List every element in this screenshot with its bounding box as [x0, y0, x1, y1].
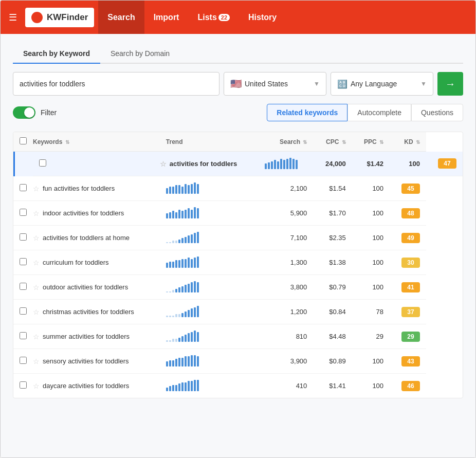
row-kd-cell: 48 — [390, 201, 426, 226]
star-icon[interactable]: ☆ — [33, 283, 40, 291]
star-icon[interactable]: ☆ — [33, 357, 40, 365]
col-header-keywords[interactable]: Keywords ⇅ — [33, 132, 160, 152]
select-all-checkbox[interactable] — [20, 137, 27, 144]
trend-chart — [166, 379, 200, 391]
row-checkbox[interactable] — [20, 184, 27, 191]
svg-rect-94 — [185, 356, 187, 367]
keywords-table: Keywords ⇅ Trend Search ⇅ CPC ⇅ — [13, 132, 463, 398]
row-cpc-cell: $1.42 — [352, 152, 390, 176]
row-keyword-cell: ☆ activities for toddlers at home — [33, 226, 160, 250]
star-icon[interactable]: ☆ — [33, 333, 40, 341]
row-checkbox[interactable] — [20, 332, 27, 339]
row-trend-cell — [259, 152, 313, 176]
col-header-checkbox — [13, 132, 33, 152]
svg-rect-88 — [166, 361, 168, 367]
svg-rect-53 — [194, 258, 196, 268]
svg-rect-98 — [197, 356, 199, 367]
search-button[interactable]: → — [437, 72, 463, 96]
tab-keyword[interactable]: Search by Keyword — [13, 44, 100, 64]
star-icon[interactable]: ☆ — [33, 209, 40, 217]
nav-search[interactable]: Search — [98, 1, 144, 34]
svg-rect-22 — [166, 213, 168, 218]
svg-rect-100 — [169, 386, 171, 391]
row-keyword-cell: ☆ summer activities for toddlers — [33, 324, 160, 349]
svg-rect-50 — [185, 259, 187, 268]
row-checkbox[interactable] — [20, 357, 27, 364]
star-icon[interactable]: ☆ — [33, 382, 40, 390]
svg-rect-99 — [166, 388, 168, 391]
row-trend-cell — [160, 324, 259, 349]
svg-rect-7 — [286, 159, 288, 169]
row-keyword-cell: ☆ fun activities for toddlers — [33, 176, 160, 201]
row-trend-cell — [160, 250, 259, 275]
filter-toggle[interactable] — [13, 106, 35, 119]
col-header-cpc[interactable]: CPC ⇅ — [313, 132, 352, 152]
trend-chart — [166, 280, 200, 292]
svg-rect-10 — [296, 160, 298, 169]
row-checkbox[interactable] — [20, 209, 27, 216]
star-icon[interactable]: ☆ — [160, 160, 167, 168]
filter-label[interactable]: Filter — [41, 108, 57, 117]
filter-toggle-area: Filter — [13, 106, 57, 119]
svg-rect-75 — [194, 307, 196, 317]
svg-rect-63 — [191, 282, 193, 292]
row-trend-cell — [160, 300, 259, 324]
svg-rect-52 — [191, 259, 193, 268]
filter-tab-related[interactable]: Related keywords — [267, 104, 347, 121]
svg-rect-62 — [188, 284, 190, 292]
row-trend-cell — [160, 226, 259, 250]
star-icon[interactable]: ☆ — [33, 259, 40, 267]
star-icon[interactable]: ☆ — [33, 308, 40, 316]
svg-rect-101 — [172, 385, 174, 391]
col-header-search[interactable]: Search ⇅ — [259, 132, 313, 152]
nav-history[interactable]: History — [239, 1, 286, 34]
row-checkbox[interactable] — [20, 258, 27, 265]
star-icon[interactable]: ☆ — [33, 234, 40, 242]
svg-rect-11 — [166, 188, 168, 194]
row-kd-cell: 45 — [390, 176, 426, 201]
col-header-kd[interactable]: KD ⇅ — [390, 132, 426, 152]
trend-chart — [166, 231, 200, 243]
nav-lists[interactable]: Lists 22 — [188, 1, 239, 34]
row-checkbox[interactable] — [39, 159, 46, 167]
trend-chart — [166, 206, 200, 218]
row-checkbox-cell — [33, 152, 160, 176]
kd-badge: 41 — [401, 282, 420, 292]
svg-rect-9 — [292, 159, 295, 169]
country-selector[interactable]: 🇺🇸 United States ▼ — [224, 72, 326, 96]
svg-rect-97 — [194, 355, 196, 367]
keyword-text: christmas activities for toddlers — [43, 308, 134, 316]
svg-rect-20 — [194, 182, 196, 194]
keyword-input[interactable] — [13, 72, 219, 96]
svg-rect-15 — [178, 185, 180, 194]
svg-rect-67 — [169, 316, 171, 317]
row-checkbox[interactable] — [20, 381, 27, 389]
keyword-text: activities for toddlers — [170, 160, 237, 168]
kd-badge: 30 — [401, 258, 420, 268]
col-header-ppc[interactable]: PPC ⇅ — [352, 132, 390, 152]
row-keyword-cell: ☆ daycare activities for toddlers — [33, 374, 160, 398]
highlight-bar — [13, 152, 15, 176]
svg-rect-17 — [185, 184, 187, 194]
row-cpc-cell: $1.41 — [313, 374, 352, 398]
nav-import[interactable]: Import — [144, 1, 189, 34]
svg-rect-81 — [178, 338, 180, 342]
row-search-cell: 3,900 — [259, 349, 313, 374]
tab-domain[interactable]: Search by Domain — [100, 44, 180, 64]
row-checkbox[interactable] — [20, 283, 27, 290]
row-cpc-cell: $0.84 — [313, 300, 352, 324]
hamburger-icon[interactable]: ☰ — [9, 12, 17, 23]
filter-tab-autocomplete[interactable]: Autocomplete — [347, 104, 411, 121]
flag-icon: 🇺🇸 — [230, 78, 242, 89]
star-icon[interactable]: ☆ — [33, 185, 40, 193]
row-checkbox[interactable] — [20, 307, 27, 315]
svg-rect-25 — [175, 212, 177, 218]
row-search-cell: 7,100 — [259, 226, 313, 250]
language-selector[interactable]: 🔠 Any Language ▼ — [331, 72, 433, 96]
search-sort-icon: ⇅ — [303, 139, 307, 145]
table-row: ☆ fun activities for toddlers 2,100 $1.5… — [13, 176, 463, 201]
row-checkbox[interactable] — [20, 233, 27, 241]
row-search-cell: 1,200 — [259, 300, 313, 324]
filter-tab-questions[interactable]: Questions — [411, 104, 463, 121]
svg-rect-54 — [197, 257, 199, 268]
